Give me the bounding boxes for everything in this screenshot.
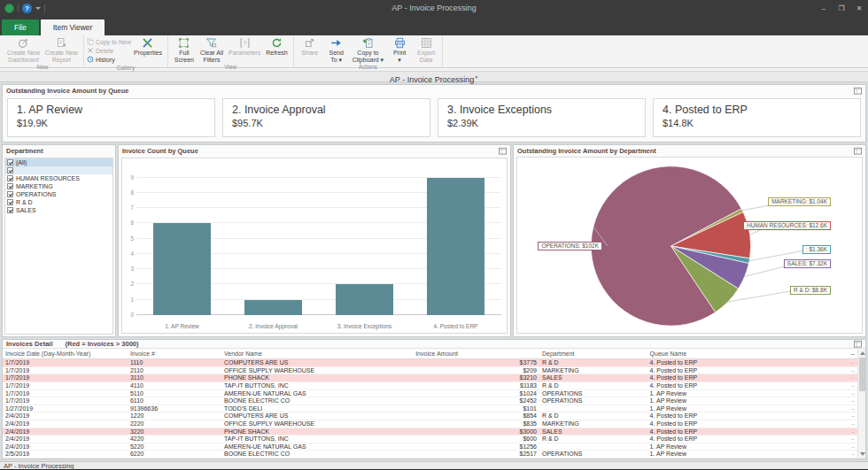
row-overflow-indicator: –: [837, 359, 857, 366]
bar-4. Posted to ERP[interactable]: [427, 178, 485, 315]
bar-1. AP Review[interactable]: [153, 223, 212, 315]
column-header[interactable]: Invoice Date (Day-Month-Year): [3, 349, 128, 358]
bar-plot-area: 0123456789: [136, 164, 501, 315]
kpi-card[interactable]: 3. Invoice Exceptions$2.39K: [438, 98, 646, 137]
bar-3. Invoice Exceptions[interactable]: [336, 284, 394, 315]
minimize-button[interactable]: –: [815, 0, 833, 16]
group-label-gallery: Gallery: [87, 64, 165, 72]
refresh-button[interactable]: Refresh: [263, 36, 291, 63]
scroll-up-icon[interactable]: [860, 351, 865, 355]
help-icon[interactable]: ?: [22, 4, 32, 13]
table-cell: 4. Posted to ERP: [647, 412, 837, 420]
scroll-down-icon[interactable]: [860, 452, 865, 456]
column-header[interactable]: Queue Name: [647, 349, 837, 358]
table-cell: $835: [413, 420, 539, 428]
department-filter-label: SALES: [16, 207, 36, 213]
checkbox-checked-icon[interactable]: [7, 175, 13, 181]
export-icon[interactable]: [854, 87, 862, 95]
group-label-new: New: [4, 63, 81, 71]
export-icon[interactable]: [854, 340, 862, 348]
kpi-panel: Outstanding Invoice Amount by Queue 1. A…: [2, 84, 866, 143]
checkbox-checked-icon[interactable]: [7, 167, 13, 173]
kpi-card[interactable]: 2. Invoice Approval$95.7K: [222, 98, 430, 137]
clear-all-filters-button[interactable]: Clear All Filters: [198, 36, 226, 63]
quick-access-toolbar: ?: [0, 4, 45, 13]
pie-slice-label: : $1.36K: [802, 245, 831, 254]
department-filter-item[interactable]: MARKETING: [5, 182, 112, 190]
table-cell: 4. Posted to ERP: [647, 359, 837, 366]
tab-file[interactable]: File: [2, 19, 39, 35]
bar-panel-caption: Invoice Count by Queue: [119, 145, 510, 157]
delete-icon: [87, 47, 94, 54]
ribbon-group-view: Full Screen Clear All Filters ? Paramete…: [168, 35, 294, 67]
table-cell: 5220: [128, 443, 221, 451]
table-cell: 2/4/2019: [3, 420, 128, 428]
department-filter-item[interactable]: [5, 166, 112, 174]
export-data-button[interactable]: Export Data: [413, 36, 439, 63]
copy-to-clipboard-button[interactable]: Copy to Clipboard ▾: [350, 36, 386, 63]
checkbox-checked-icon[interactable]: [7, 207, 13, 213]
department-filter-item[interactable]: R & D: [5, 198, 112, 206]
history-clock-icon: [87, 56, 94, 63]
full-screen-button[interactable]: Full Screen: [171, 36, 198, 63]
table-cell: $2517: [413, 451, 539, 458]
table-cell: PHONE SHACK: [221, 428, 413, 435]
close-button[interactable]: ✕: [850, 0, 868, 16]
row-overflow-indicator: –: [837, 397, 857, 405]
kpi-card[interactable]: 4. Posted to ERP$14.8K: [653, 98, 861, 137]
delete-button[interactable]: Delete: [87, 46, 131, 55]
department-filter-item[interactable]: (All): [5, 158, 112, 166]
checkbox-checked-icon[interactable]: [7, 159, 13, 166]
separator: [18, 4, 19, 12]
column-header[interactable]: Department: [539, 349, 647, 358]
table-cell: AMEREN-UE NATURAL GAS: [221, 443, 413, 451]
table-cell: 2/4/2019: [3, 428, 128, 435]
send-to-arrow-icon: [330, 37, 342, 49]
quick-access-dropdown-icon[interactable]: [35, 7, 41, 10]
table-scrollbar[interactable]: [857, 349, 865, 458]
properties-button[interactable]: Properties: [131, 36, 165, 64]
checkbox-checked-icon[interactable]: [7, 191, 13, 197]
tab-item-viewer[interactable]: Item Viewer: [41, 19, 105, 35]
table-cell: 1110: [128, 359, 221, 366]
bar-2. Invoice Approval[interactable]: [244, 300, 303, 315]
table-cell: MARKETING: [539, 420, 647, 428]
department-filter-item[interactable]: HUMAN RESOURCES: [5, 174, 112, 182]
history-button[interactable]: History: [87, 55, 131, 64]
create-new-dashboard-button[interactable]: Create New Dashboard: [4, 36, 43, 63]
kpi-card[interactable]: 1. AP Review$19.9K: [7, 98, 215, 137]
table-cell: PHONE SHACK: [221, 374, 413, 381]
table-cell: [539, 405, 647, 412]
parameters-button[interactable]: ? Parameters: [226, 36, 263, 63]
department-filter-item[interactable]: SALES: [5, 206, 112, 214]
column-header[interactable]: Invoice Amount: [413, 349, 539, 358]
kpi-value: $95.7K: [232, 118, 430, 128]
department-filter-label: OPERATIONS: [16, 191, 56, 197]
column-header[interactable]: Vendor Name: [221, 349, 413, 358]
ribbon-tab-row: File Item Viewer: [0, 16, 868, 35]
print-button[interactable]: Print ▾: [386, 36, 413, 63]
app-icon[interactable]: [4, 4, 14, 13]
send-to-button[interactable]: Send To ▾: [323, 36, 350, 63]
table-cell: 2220: [128, 420, 221, 428]
share-button[interactable]: Share: [297, 36, 323, 63]
clear-filters-funnel-icon: [205, 37, 217, 49]
scrollbar-thumb[interactable]: [859, 358, 865, 391]
export-icon[interactable]: [499, 147, 507, 155]
table-cell: $101: [413, 405, 539, 412]
row-overflow-indicator: –: [837, 382, 857, 389]
create-new-report-button[interactable]: Create New Report: [43, 36, 81, 63]
bar-chart: 01234567891. AP Review2. Invoice Approva…: [121, 158, 508, 334]
group-label-view: View: [171, 63, 291, 71]
copy-to-new-button[interactable]: Copy to New: [87, 37, 131, 46]
checkbox-checked-icon[interactable]: [7, 199, 13, 205]
department-filter-panel: Department (All)HUMAN RESOURCESMARKETING…: [2, 144, 116, 337]
table-row: 2/4/20192220OFFICE SUPPLY WAREHOUSE$835M…: [3, 420, 857, 428]
column-header[interactable]: Invoice #: [128, 349, 221, 358]
restore-button[interactable]: ❐: [833, 0, 850, 16]
checkbox-checked-icon[interactable]: [7, 183, 13, 189]
table-cell: TAP-IT BUTTONS, INC: [221, 435, 413, 443]
export-icon[interactable]: [854, 147, 862, 155]
table-cell: OPERATIONS: [539, 451, 647, 458]
department-filter-item[interactable]: OPERATIONS: [5, 190, 112, 198]
